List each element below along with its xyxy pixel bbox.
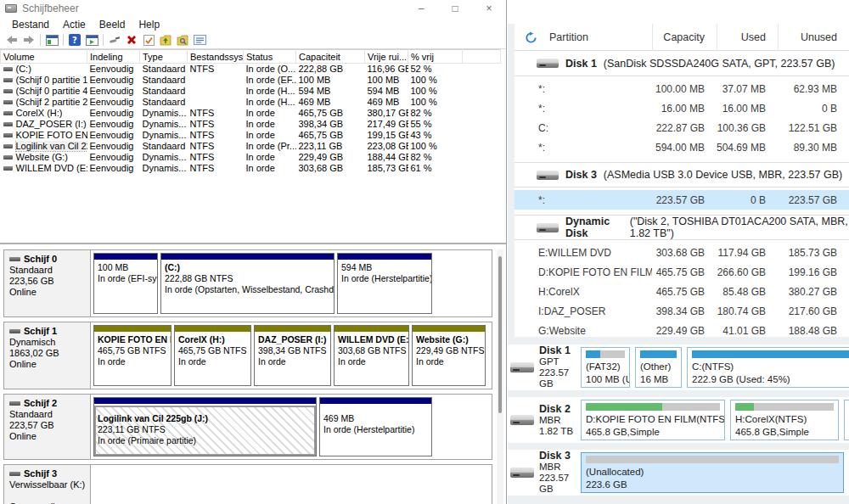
menu-bestand[interactable]: Bestand — [6, 18, 55, 31]
partition-row-selected[interactable]: *: 223.57 GB 0 B 223.57 GB — [514, 190, 849, 210]
volume-row[interactable]: Website (G:) EenvoudigDynamis...NTFS In … — [1, 152, 501, 163]
group-header-disk1[interactable]: Disk 1 (SanDisk SDSSDA240G SATA, GPT, 22… — [514, 51, 849, 76]
col-indeling[interactable]: Indeling — [87, 50, 140, 64]
col-vrije-ruimte[interactable]: Vrije rui... — [365, 50, 408, 64]
partition-color-band — [320, 398, 431, 406]
close-button[interactable]: × — [472, 0, 506, 17]
partition-color-band — [255, 326, 330, 333]
toolbar-separator — [40, 34, 41, 46]
partition-row[interactable]: E:WILLEM DVD 303.68 GB 117.94 GB 185.73 … — [514, 243, 849, 262]
col-pct-vrij[interactable]: % vrij — [408, 50, 463, 64]
disk2-meta[interactable]: Disk 2 MBR 1.82 TB — [508, 404, 581, 437]
menu-help[interactable]: Help — [132, 18, 166, 31]
disk-row-schijf0: Schijf 0 Standaard 223,56 GB Online 100 … — [3, 249, 492, 317]
partition-block-website[interactable]: Website (G:)229,49 GB NTFSIn orde — [412, 325, 486, 386]
partition-row[interactable]: H:CorelX 465.75 GB 85.48 GB 380.27 GB — [514, 282, 849, 301]
export-icon[interactable] — [157, 32, 174, 48]
forward-icon[interactable] — [20, 32, 37, 48]
vertical-scrollbar[interactable] — [497, 249, 503, 504]
console-tree-icon[interactable] — [43, 32, 60, 48]
partition-block-corelx[interactable]: CorelX (H:)465,75 GB NTFSIn orde — [174, 325, 251, 386]
refresh-icon[interactable] — [525, 31, 537, 44]
help-icon[interactable]: ? — [66, 32, 83, 48]
find-icon[interactable] — [174, 32, 191, 48]
back-icon[interactable] — [3, 32, 20, 48]
disk-icon — [9, 329, 20, 333]
partition-row[interactable]: I:DAZ_POSER 398.34 GB 180.74 GB 217.60 G… — [514, 301, 849, 321]
disk3-meta[interactable]: Disk 3 MBR 223.57 GB — [508, 451, 581, 495]
partition-block-willemdvd[interactable]: WILLEM DVD (E:)303,68 GB NTFSIn orde — [334, 325, 409, 386]
col-partition[interactable]: Partition — [549, 31, 588, 43]
map-block-fat32[interactable]: (FAT32) 100 MB (Us — [581, 347, 630, 388]
partition-row[interactable]: *: 100.00 MB 37.07 MB 62.93 MB — [514, 79, 849, 98]
disk-label-schijf1[interactable]: Schijf 1 Dynamisch 1863,02 GB Online — [4, 322, 91, 389]
volume-row[interactable]: (Schijf 0 partitie 1) EenvoudigStandaard… — [1, 75, 501, 86]
graphical-disk-view: Schijf 0 Standaard 223,56 GB Online 100 … — [0, 244, 506, 504]
scrollbar-thumb[interactable] — [498, 256, 502, 413]
col-bestandssysteem[interactable]: Bestandssys... — [188, 50, 244, 64]
volume-icon — [3, 67, 13, 71]
disk-map-row-disk3: Disk 3 MBR 223.57 GB (Unallocated) 223.6… — [508, 450, 849, 496]
map-block-unallocated-selected[interactable]: (Unallocated) 223.6 GB — [581, 452, 844, 493]
partition-row[interactable]: D:KOPIE FOTO EN FILM 465.75 GB 266.60 GB… — [514, 262, 849, 282]
partition-block-kopie[interactable]: KOPIE FOTO EN FIL465,75 GB NTFSIn orde — [93, 325, 171, 386]
col-capacity[interactable]: Capacity — [652, 24, 717, 51]
volume-row[interactable]: KOPIE FOTO EN FI... EenvoudigDynamis...N… — [1, 130, 501, 141]
disk-map-row-disk2: Disk 2 MBR 1.82 TB D:KOPIE FOTO EN FILM(… — [508, 397, 849, 443]
volume-row[interactable]: (Schijf 0 partitie 4) EenvoudigStandaard… — [1, 86, 501, 97]
partition-block-logilink[interactable]: Logilink van Cil 225gb (J:)223,11 GB NTF… — [93, 397, 317, 456]
col-volume[interactable]: Volume — [1, 50, 87, 64]
partition-block-dazposer[interactable]: DAZ_POSER (I:)398,34 GB NTFSIn orde — [254, 325, 331, 386]
volume-row[interactable]: (C:) EenvoudigStandaardNTFS In orde (O..… — [1, 64, 501, 75]
disk-map-row-disk1: Disk 1 GPT 223.57 GB (FAT32) 100 MB (Us … — [508, 344, 849, 390]
partition-row[interactable]: C: 222.87 GB 100.36 GB 122.51 GB — [514, 118, 849, 137]
disk1-meta[interactable]: Disk 1 GPT 223.57 GB — [508, 345, 581, 389]
partition-row[interactable]: *: 594.00 MB 504.69 MB 89.30 MB — [514, 137, 849, 157]
partition-block-efi[interactable]: 100 MBIn orde (EFI-syst — [93, 253, 158, 314]
partition-color-band — [413, 326, 485, 333]
volume-icon — [3, 166, 13, 171]
volume-row[interactable]: WILLEM DVD (E:) EenvoudigDynamis...NTFS … — [1, 163, 501, 174]
menu-actie[interactable]: Actie — [57, 18, 92, 31]
group-header-dynamic-disk[interactable]: Dynamic Disk ("Disk 2, TOSHIBA DT01ACA20… — [514, 215, 849, 240]
volume-row[interactable]: CorelX (H:) EenvoudigDynamis...NTFS In o… — [1, 108, 501, 119]
wand-icon[interactable] — [106, 32, 123, 48]
delete-icon[interactable] — [123, 32, 140, 48]
col-unused[interactable]: Unused — [778, 24, 849, 51]
col-status[interactable]: Status — [244, 50, 296, 64]
partition-block-recovery[interactable]: 594 MBIn orde (Herstelpartitie) — [337, 253, 432, 314]
volume-row[interactable]: (Schijf 2 partitie 2) EenvoudigStandaard… — [1, 97, 501, 108]
check-disk-icon[interactable] — [140, 32, 157, 48]
map-block-other[interactable]: (Other) 16 MB — [635, 347, 682, 388]
volume-icon — [3, 144, 13, 148]
usage-bar — [735, 403, 834, 411]
volume-row[interactable]: DAZ_POSER (I:) EenvoudigDynamis...NTFS I… — [1, 119, 501, 130]
partition-color-band — [335, 326, 408, 333]
disk-label-schijf0[interactable]: Schijf 0 Standaard 223,56 GB Online — [4, 250, 91, 316]
toolbar-separator — [63, 34, 64, 46]
menu-beeld[interactable]: Beeld — [93, 18, 132, 31]
col-capaciteit[interactable]: Capaciteit — [296, 50, 365, 64]
map-block-corelx[interactable]: H:CorelX(NTFS) 465.8 GB,Simple — [730, 400, 839, 440]
volume-row-selected[interactable]: Logilink van Cil 22... EenvoudigStandaar… — [1, 141, 501, 152]
minimize-button[interactable]: – — [404, 0, 438, 17]
col-type[interactable]: Type — [140, 50, 188, 64]
disk-row-schijf2: Schijf 2 Standaard 223,57 GB Online Logi… — [3, 394, 492, 460]
partition-block-recovery2[interactable]: 469 MBIn orde (Herstelpartitie) — [319, 397, 432, 456]
disk-label-schijf2[interactable]: Schijf 2 Standaard 223,57 GB Online — [4, 395, 91, 459]
action-pane-icon[interactable] — [83, 32, 100, 48]
group-header-disk3[interactable]: Disk 3 (ASMedia USB 3.0 Device USB, MBR,… — [514, 162, 849, 188]
properties-icon[interactable] — [191, 32, 208, 48]
volume-icon — [3, 122, 13, 126]
partition-tool-panel: Partition Capacity Used Unused Disk 1 (S… — [508, 0, 849, 504]
partition-block-c[interactable]: (C:)222,88 GB NTFSIn orde (Opstarten, Wi… — [160, 253, 335, 314]
maximize-button[interactable]: □ — [438, 0, 472, 17]
map-block-kopie[interactable]: D:KOPIE FOTO EN FILM(NTFS) 465.8 GB,Simp… — [581, 400, 725, 440]
partition-row[interactable]: *: 16.00 MB 16.00 MB 0 B — [514, 98, 849, 118]
col-used[interactable]: Used — [717, 24, 778, 51]
disk-label-schijf3[interactable]: Schijf 3 Verwisselbaar (K:) Geen medium — [4, 465, 91, 504]
volume-icon — [3, 100, 13, 104]
map-block-clipped[interactable] — [844, 400, 849, 440]
screen: Schijfbeheer – □ × Bestand Actie Beeld H… — [0, 0, 849, 504]
map-block-c-ntfs[interactable]: C:(NTFS) 222.9 GB (Used: 45%) — [687, 347, 849, 388]
